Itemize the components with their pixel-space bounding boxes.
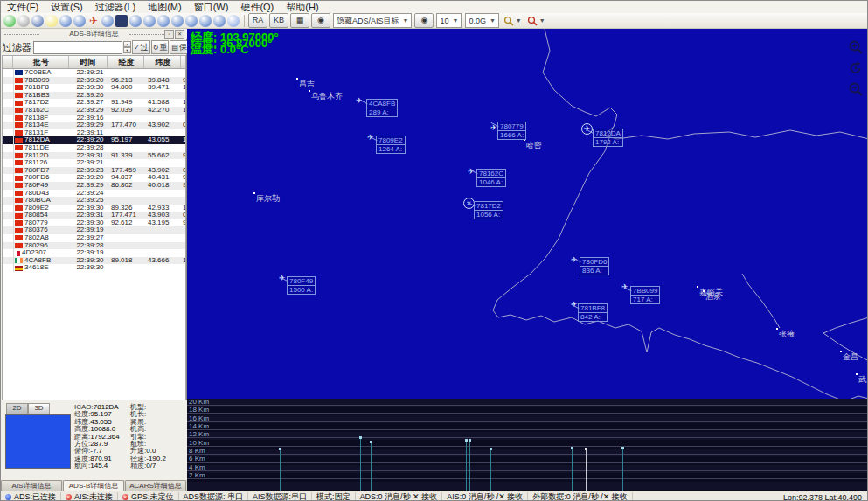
toolbar-icons: ✈ [3,15,241,27]
zoom-level-combo[interactable]: 10▼ [436,13,462,28]
row-gutter [3,205,14,212]
aircraft-info: 1500 A: [288,285,315,294]
menu-item[interactable]: 窗口(W) [188,1,235,13]
globe-button[interactable]: ◉ [311,13,330,28]
globe-6-icon[interactable] [199,15,212,27]
record-globe-icon[interactable] [31,15,44,27]
globe-5-icon[interactable] [185,15,198,27]
magnifier-dropdown-2[interactable]: ▼ [527,16,545,26]
aircraft-info: 1264 A: [377,144,405,153]
aircraft-info: 1046 A: [477,177,505,186]
detail-field: 航向:145.4 [74,463,120,470]
g-force-combo[interactable]: 0.0G▼ [465,13,498,28]
panel-float-button[interactable]: ▫ [164,30,174,39]
globe-4-icon[interactable] [171,15,184,27]
globe-layers-icon[interactable] [101,15,114,27]
menu-item[interactable]: 过滤器(L) [89,1,142,13]
globe-2-icon[interactable] [143,15,156,27]
country-flag-icon [15,70,23,75]
filter-spinner[interactable]: ▲▼ [123,41,131,53]
ra-button[interactable]: RA [248,13,267,28]
country-flag-icon [15,251,20,256]
filter-重-button[interactable]: ↻重 [151,40,170,54]
menu-item[interactable]: 硬件(Q) [234,1,280,13]
menu-bar: 文件(F)设置(S)过滤器(L)地图(M)窗口(W)硬件(Q)帮助(H) [1,1,867,14]
column-header-id[interactable]: 批号 [13,56,69,68]
aircraft-info: 717 A: [631,295,659,303]
target-visibility-dropdown[interactable]: 隐藏ADS/AIS目标▼ [333,13,412,28]
aircraft-label: 4CA8FB 289 A: [366,99,398,117]
menu-item[interactable]: 地图(M) [142,1,188,13]
attitude-view [5,414,71,469]
kb-button[interactable]: KB [269,13,288,28]
detail-tab[interactable]: ACARS详细信息 [125,480,186,491]
filter-保-button[interactable]: ▤保 [170,40,189,54]
disconnect-globe-icon[interactable] [17,15,30,27]
chart-tick-label: 14 Km [189,422,209,430]
button-icon: ↻ [153,42,159,53]
globe-1-icon[interactable] [129,15,142,27]
globe-7-icon[interactable] [213,15,226,27]
country-flag-icon [15,198,23,203]
table-row[interactable]: 34618E 22:39:30 [3,264,185,272]
aircraft-icon[interactable]: ✈ [87,15,100,27]
connect-globe-icon[interactable] [3,15,16,27]
target-detail-panel: 2D 3D ICAO:7812DA经度:95.197纬度:43.055高度:10… [1,400,187,480]
column-header-lon[interactable]: 经度 [108,56,144,68]
detail-fields-right: 机型:机长:翼展:机高:引擎:航班:升速:0.0径速:-190.2精度:0/7 [130,404,166,470]
adsb-application-window: 文件(F)设置(S)过滤器(L)地图(M)窗口(W)硬件(Q)帮助(H) ✈ R… [0,0,868,501]
column-header-lat[interactable]: 纬度 [144,56,181,68]
country-flag-icon [15,266,23,271]
row-gutter [3,242,14,250]
status-segment: GPS:未定位 [118,492,179,501]
view-3d-button[interactable]: 3D [28,403,50,414]
country-flag-icon [15,101,23,106]
row-gutter [3,226,14,234]
city-dot [309,90,310,92]
globe-3-icon[interactable] [157,15,170,27]
country-flag-icon [15,160,23,165]
menu-item[interactable]: 帮助(H) [280,1,324,13]
table-body: 7C0BEA 22:39:21 7BB099 22:39:20 96.213 3… [3,69,185,272]
city-name: 金昌 [843,351,858,363]
bulb-icon[interactable] [45,15,58,27]
detail-tab[interactable]: AIS详细信息 [1,480,62,491]
row-gutter [3,84,14,92]
map-rotate-button[interactable] [848,60,864,76]
globe-light-icon[interactable] [227,15,240,27]
menu-item[interactable]: 设置(S) [45,1,89,13]
country-flag-icon [15,78,23,83]
column-header-time[interactable]: 时间 [69,56,108,68]
country-flag-icon [15,153,23,158]
map-view[interactable]: 经度: 103.97000° 纬度: 36.87000° 温度: 0.0°C 昌… [187,29,868,399]
chart-button[interactable]: ▦ [290,13,309,28]
menu-item[interactable]: 文件(F) [1,1,45,13]
status-segment: ADS:已连接 [1,492,61,501]
map-zoom-out-button[interactable] [848,81,864,97]
view-2d-button[interactable]: 2D [6,403,28,414]
city-name: 酒泉 [705,291,721,303]
map-zoom-in-button[interactable] [848,39,864,55]
monitor-icon[interactable] [115,15,128,27]
detail-tab[interactable]: ADS-B详细信息 [63,480,124,491]
magnifier-dropdown-1[interactable]: ▼ [503,16,522,26]
aircraft-info: 842 A: [579,312,607,321]
globe-search-icon[interactable] [73,15,86,27]
panel-close-button[interactable]: ✕ [175,30,184,39]
aircraft-id: 7817D2 [475,202,503,210]
globe-button-2[interactable]: ◉ [414,13,434,28]
target-table: 批号 时间 经度 纬度 7C0BEA 22:39:21 [2,55,186,400]
filter-过-button[interactable]: ✓过 [132,40,150,54]
chevron-down-icon: ▼ [403,15,409,27]
country-flag-icon [15,183,23,188]
aircraft-id: 780FD6 [580,258,608,266]
filter-input[interactable] [33,41,122,54]
globe-close-icon[interactable] [59,15,72,27]
city-dot [856,373,858,375]
country-flag-icon [15,213,23,219]
status-icon [66,494,72,500]
chart-tick-label: 2 Km [189,471,205,479]
aircraft-label: 7812DA 1792 A: [593,129,623,147]
column-header-alt[interactable] [181,56,186,68]
altitude-bar [490,448,491,491]
